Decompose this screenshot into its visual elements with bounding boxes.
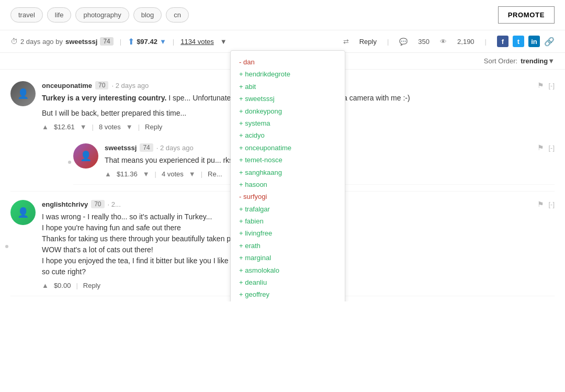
voter-hendrikdegrote: + hendrikdegrote — [239, 68, 336, 80]
upvote-button[interactable]: ⬆ $97.42 ▼ — [128, 37, 166, 47]
post-reply-area: ⇄ Reply | 💬 350 👁 2,190 | f t in 🔗 — [343, 36, 555, 47]
votes-dropdown-trigger[interactable]: ▼ — [220, 38, 227, 46]
post-author[interactable]: sweetsssj — [65, 38, 97, 46]
social-share-icons: f t in 🔗 — [497, 36, 555, 47]
upvote-arrow-2: ▲ — [42, 282, 49, 289]
votes-arrow-nested[interactable]: ▼ — [189, 170, 196, 178]
comment-actions-1: ⚑ [-] — [537, 81, 555, 89]
comment-time-1: · 2 days ago — [111, 82, 149, 89]
hide-button-nested[interactable]: [-] — [548, 144, 555, 152]
comment-badge-1: 70 — [95, 81, 108, 89]
voter-abit: + abit — [239, 81, 336, 93]
voter-acidyo: + acidyo — [239, 129, 336, 141]
hide-button-1[interactable]: [-] — [548, 82, 555, 89]
votes-dropdown: - dan + hendrikdegrote + abit + sweetsss… — [230, 50, 345, 301]
comment-votes-nested[interactable]: 4 votes — [162, 170, 184, 178]
comment-upvote-2[interactable]: ▲ — [42, 282, 49, 289]
comment-author-1[interactable]: onceuponatime — [42, 82, 92, 89]
comment-author-nested[interactable]: sweetsssj — [105, 144, 137, 152]
comment-actions-2: ⚑ [-] — [537, 200, 555, 208]
comment-price-2: $0.00 — [54, 282, 71, 289]
tag-travel[interactable]: travel — [10, 7, 43, 23]
time-ago-text: 2 days ago by — [20, 38, 63, 46]
resteem-icon[interactable]: ⇄ — [343, 38, 349, 46]
dot-indicator-2 — [5, 245, 8, 248]
tags-list: travel life photography blog cn — [10, 7, 189, 23]
divider-1: | — [120, 38, 121, 46]
flag-icon-2[interactable]: ⚑ — [537, 200, 544, 208]
comment-time-nested: · 2 days ago — [156, 144, 194, 152]
tag-cn[interactable]: cn — [166, 7, 189, 23]
comment-reply-nested[interactable]: Re... — [208, 170, 222, 178]
voter-onceuponatime: + onceuponatime — [239, 142, 336, 154]
voter-fabien: + fabien — [239, 215, 336, 227]
comment-badge-2: 70 — [91, 200, 104, 208]
tag-life[interactable]: life — [47, 7, 72, 23]
price-arrow-1[interactable]: ▼ — [80, 123, 87, 131]
flag-icon-1[interactable]: ⚑ — [537, 81, 544, 89]
voter-asmolokalo: + asmolokalo — [239, 264, 336, 276]
voter-hasoon: + hasoon — [239, 178, 336, 191]
sort-arrow-icon[interactable]: ▼ — [548, 57, 555, 65]
upvote-arrow-icon: ⬆ — [128, 37, 134, 47]
linkedin-share-icon[interactable]: in — [528, 36, 540, 47]
avatar-onceuponatime: 👤 — [10, 81, 36, 106]
tags-bar: travel life photography blog cn PROMOTE — [0, 0, 565, 30]
voter-dan: - dan — [239, 56, 336, 68]
voter-donkeypong: + donkeypong — [239, 105, 336, 117]
copy-link-icon[interactable]: 🔗 — [544, 37, 555, 47]
facebook-share-icon[interactable]: f — [497, 36, 508, 47]
voter-geoffrey: + geoffrey — [239, 288, 336, 300]
price-dropdown-icon[interactable]: ▼ — [160, 38, 166, 46]
post-reply-button[interactable]: Reply — [359, 38, 377, 46]
avatar-image-3: 👤 — [10, 200, 36, 225]
dot-indicator — [68, 161, 71, 164]
divider-3: | — [387, 38, 389, 46]
comment-upvote-1[interactable]: ▲ — [42, 123, 49, 131]
promote-button[interactable]: PROMOTE — [498, 6, 555, 24]
hide-button-2[interactable]: [-] — [548, 200, 555, 208]
voter-systema: + systema — [239, 117, 336, 129]
upvote-arrow-1: ▲ — [42, 123, 49, 131]
comment-author-2[interactable]: englishtchrivy — [42, 200, 88, 208]
voter-deanliu: + deanliu — [239, 276, 336, 288]
comment-price-1: $12.61 — [54, 123, 75, 131]
flag-icon-nested[interactable]: ⚑ — [537, 143, 544, 152]
voter-sweetsssj: + sweetsssj — [239, 93, 336, 105]
views-eye-icon: 👁 — [440, 38, 447, 46]
voter-livingfree: + livingfree — [239, 227, 336, 239]
views-count: 2,190 — [457, 38, 474, 46]
comment-votes-1[interactable]: 8 votes — [99, 123, 121, 131]
comment-price-nested: $11.36 — [117, 170, 138, 178]
comment-badge-nested: 74 — [140, 143, 153, 152]
twitter-share-icon[interactable]: t — [513, 36, 524, 47]
voter-sanghkaang: + sanghkaang — [239, 166, 336, 178]
votes-arrow-1[interactable]: ▼ — [126, 123, 133, 131]
voter-surfyogi: - surfyogi — [239, 191, 336, 203]
upvote-arrow-nested: ▲ — [105, 170, 111, 178]
votes-count[interactable]: 1134 votes — [180, 38, 214, 46]
comment-upvote-nested[interactable]: ▲ — [105, 170, 111, 178]
sort-label: Sort Order: — [484, 57, 517, 65]
post-price: $97.42 — [137, 38, 157, 46]
avatar-image-1: 👤 — [10, 81, 36, 106]
voter-erath: + erath — [239, 240, 336, 252]
tag-photography[interactable]: photography — [75, 7, 129, 23]
clock-icon: ⏱ — [10, 37, 18, 46]
sort-value[interactable]: trending — [521, 57, 548, 65]
comment-actions-nested: ⚑ [-] — [537, 143, 555, 152]
voter-trafalgar: + trafalgar — [239, 203, 336, 215]
price-arrow-nested[interactable]: ▼ — [143, 170, 150, 178]
post-time: ⏱ 2 days ago by sweetsssj 74 — [10, 37, 114, 46]
comments-count: 350 — [418, 38, 430, 46]
avatar-image-2: 👤 — [73, 143, 98, 169]
avatar-englishtchrivy: 👤 — [10, 200, 36, 225]
comment-reply-2[interactable]: Reply — [83, 282, 100, 289]
post-meta-bar: ⏱ 2 days ago by sweetsssj 74 | ⬆ $97.42 … — [0, 30, 565, 53]
comment-reply-1[interactable]: Reply — [145, 123, 162, 131]
tag-blog[interactable]: blog — [133, 7, 162, 23]
comments-icon: 💬 — [399, 38, 408, 46]
voter-marginal: + marginal — [239, 252, 336, 264]
divider-4: | — [485, 38, 487, 46]
comment-time-2: · 2... — [108, 200, 121, 208]
